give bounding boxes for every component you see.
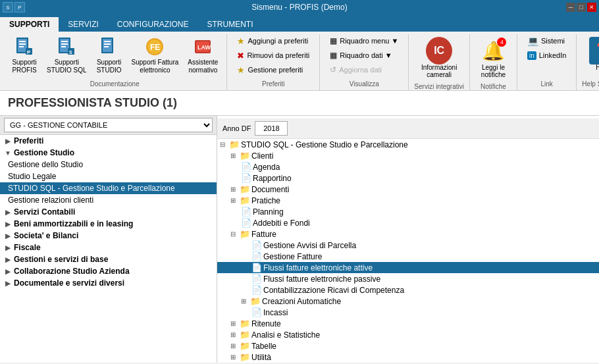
notifiche-button[interactable]: 🔔 4 Leggi lenotifiche <box>475 34 511 82</box>
close-button[interactable]: ✕ <box>587 3 596 12</box>
supporti-studio-button[interactable]: SupportiSTUDIO <box>93 34 126 76</box>
visualizza-buttons: ▦ Riquadro menu ▼ ▦ Riquadro dati ▼ ↺ Ag… <box>325 34 403 76</box>
assistente-label: Assistentenormativo <box>188 59 218 74</box>
tree-row-agenda[interactable]: 📄 Agenda <box>217 161 599 172</box>
aggiorna-dati-button[interactable]: ↺ Aggiorna dati <box>325 63 403 76</box>
tree-row-pratiche[interactable]: ⊞ 📁 Pratiche <box>217 195 599 206</box>
title-bar-text: Sismenu - PROFIS (Demo) <box>251 3 347 12</box>
sidebar-item-societa-bilanci[interactable]: ▶ Societa' e Bilanci <box>0 230 217 242</box>
riquadro-dati-button[interactable]: ▦ Riquadro dati ▼ <box>325 49 403 62</box>
sidebar-item-gestione-relazioni[interactable]: Gestione relazioni clienti <box>0 194 217 206</box>
riquadro-dati-icon: ▦ <box>330 51 337 60</box>
help-button[interactable]: ❓ Help <box>585 34 599 74</box>
analisi-label: Analisi e Statistiche <box>251 330 320 340</box>
minimize-button[interactable]: ─ <box>566 3 575 12</box>
tree-row-clienti[interactable]: ⊞ 📁 Clienti <box>217 150 599 161</box>
tree-row-documenti[interactable]: ⊞ 📁 Documenti <box>217 184 599 195</box>
collaborazione-label: Collaborazione Studio Azienda <box>14 267 130 276</box>
gestione-studio-label: Gestione Studio <box>14 148 74 157</box>
tree-row-incassi[interactable]: 📄 Incassi <box>217 307 599 318</box>
tree-row-creazioni[interactable]: ⊞ 📁 Creazioni Automatiche <box>217 296 599 307</box>
tabelle-folder-icon: 📁 <box>240 341 250 351</box>
tree-row-planning[interactable]: 📄 Planning <box>217 206 599 217</box>
aggiungi-preferiti-button[interactable]: ★ Aggiungi a preferiti <box>232 34 314 47</box>
gestione-fatture-label: Gestione Fatture <box>263 252 322 261</box>
anno-df-input[interactable] <box>255 121 288 136</box>
maximize-button[interactable]: □ <box>577 3 586 12</box>
tree-row-avvisi-parcella[interactable]: 📄 Gestione Avvisi di Parcella <box>217 240 599 251</box>
tab-supporti[interactable]: SUPPORTI <box>0 17 59 32</box>
pratiche-expand-icon: ⊞ <box>230 197 238 204</box>
flussi-passive-label: Flussi fatture elettroniche passive <box>263 274 380 284</box>
agenda-file-icon: 📄 <box>241 162 251 172</box>
gestione-dropdown[interactable]: GG - GESTIONE CONTABILE <box>4 118 213 132</box>
aggiorna-dati-icon: ↺ <box>330 65 336 74</box>
tree-row-addebiti[interactable]: 📄 Addebiti e Fondi <box>217 217 599 228</box>
tree-row-contabilizzazione[interactable]: 📄 Contabilizzazione Ricavi di Competenza <box>217 284 599 296</box>
tree-row-rapportino[interactable]: 📄 Rapportino <box>217 172 599 184</box>
svg-text:LAW: LAW <box>197 44 211 51</box>
svg-rect-16 <box>104 41 111 42</box>
gestioni-servizi-expand-icon: ▶ <box>4 256 12 263</box>
tab-configurazione[interactable]: CONFIGURAZIONE <box>108 17 198 32</box>
tree-row-ritenute[interactable]: ⊞ 📁 Ritenute <box>217 318 599 329</box>
flussi-passive-file-icon: 📄 <box>251 274 262 284</box>
visualizza-group-label: Visualizza <box>350 79 379 90</box>
help-label: Help <box>596 64 599 71</box>
sidebar-item-servizi-contabili[interactable]: ▶ Servizi Contabili <box>0 206 217 218</box>
sidebar-item-gestioni-servizi[interactable]: ▶ Gestioni e servizi di base <box>0 253 217 265</box>
sistemi-button[interactable]: 💻 Sistemi <box>523 34 571 47</box>
sidebar-item-beni-ammortizzabili[interactable]: ▶ Beni ammortizzabili e in leasing <box>0 218 217 230</box>
planning-file-icon: 📄 <box>241 207 251 217</box>
supporti-fattura-label: Supporti Fatturaelettronico <box>132 59 179 74</box>
tab-servizi[interactable]: SERVIZI <box>59 17 107 32</box>
ribbon-group-documentazione: P SupportiPROFIS S S <box>3 34 227 90</box>
preferiti-label: Preferiti <box>14 136 43 145</box>
fatture-label: Fatture <box>251 230 276 239</box>
creazioni-folder-icon: 📁 <box>250 296 261 306</box>
riquadro-dati-label: Riquadro dati ▼ <box>340 51 392 59</box>
tree-row-root[interactable]: ⊟ 📁 STUDIO SQL - Gestione Studio e Parce… <box>217 139 599 150</box>
studio-sql-label: STUDIO SQL - Gestione Studio e Parcellaz… <box>8 184 175 193</box>
sidebar-item-studio-legale[interactable]: Studio Legale <box>0 170 217 182</box>
riquadro-menu-button[interactable]: ▦ Riquadro menu ▼ <box>325 34 403 47</box>
rimuovi-preferiti-button[interactable]: ✖ Rimuovi da preferiti <box>232 49 314 62</box>
tree-row-tabelle[interactable]: ⊞ 📁 Tabelle <box>217 340 599 351</box>
tab-strumenti[interactable]: STRUMENTI <box>197 17 262 32</box>
sidebar-item-preferiti[interactable]: ▶ Preferiti <box>0 135 217 147</box>
supporti-fattura-button[interactable]: FE Supporti Fatturaelettronico <box>128 34 182 76</box>
linkedin-label: LinkedIn <box>539 51 567 59</box>
avvisi-label: Gestione Avvisi di Parcella <box>263 241 356 250</box>
linkedin-button[interactable]: in LinkedIn <box>523 49 571 62</box>
gestione-preferiti-button[interactable]: ★ Gestione preferiti <box>232 63 314 76</box>
documenti-label: Documenti <box>251 185 289 194</box>
informazioni-camerali-button[interactable]: IC Informazionicamerali <box>417 34 461 82</box>
supporti-profis-button[interactable]: P SupportiPROFIS <box>8 34 41 76</box>
ritenute-label: Ritenute <box>251 319 281 328</box>
supporti-studio-sql-button[interactable]: S SupportiSTUDIO SQL <box>43 34 90 76</box>
assistente-button[interactable]: LAW Assistentenormativo <box>184 34 221 76</box>
incassi-file-icon: 📄 <box>251 307 262 317</box>
sidebar-item-collaborazione[interactable]: ▶ Collaborazione Studio Azienda <box>0 265 217 277</box>
sidebar-item-documentale[interactable]: ▶ Documentale e servizi diversi <box>0 277 217 289</box>
title-bar-icons: S P <box>3 2 25 13</box>
tree-row-gestione-fatture[interactable]: 📄 Gestione Fatture <box>217 251 599 262</box>
app-icon2: P <box>14 2 25 13</box>
svg-text:FE: FE <box>150 43 160 52</box>
ribbon-group-preferiti-content: ★ Aggiungi a preferiti ✖ Rimuovi da pref… <box>232 34 314 79</box>
pratiche-folder-icon: 📁 <box>240 195 250 205</box>
sidebar-item-gestione-dello-studio[interactable]: Gestione dello Studio <box>0 159 217 170</box>
tree-row-flussi-attive[interactable]: 📄 Flussi fatture elettroniche attive <box>217 262 599 273</box>
tree-row-flussi-passive[interactable]: 📄 Flussi fatture elettroniche passive <box>217 273 599 284</box>
sidebar-item-gestione-studio[interactable]: ▼ Gestione Studio <box>0 147 217 159</box>
sidebar-item-studio-sql[interactable]: STUDIO SQL - Gestione Studio e Parcellaz… <box>0 182 217 194</box>
sidebar-item-fiscale[interactable]: ▶ Fiscale <box>0 242 217 253</box>
tree-row-utilita[interactable]: ⊞ 📁 Utilità <box>217 351 599 363</box>
beni-ammortizzabili-expand-icon: ▶ <box>4 221 12 228</box>
main-area: GG - GESTIONE CONTABILE ▶ Preferiti ▼ Ge… <box>0 116 599 363</box>
gestione-relazioni-label: Gestione relazioni clienti <box>8 195 93 205</box>
tree-row-analisi[interactable]: ⊞ 📁 Analisi e Statistiche <box>217 329 599 340</box>
tree-row-fatture[interactable]: ⊟ 📁 Fatture <box>217 228 599 240</box>
fatture-folder-icon: 📁 <box>240 229 250 239</box>
svg-rect-11 <box>61 46 66 47</box>
